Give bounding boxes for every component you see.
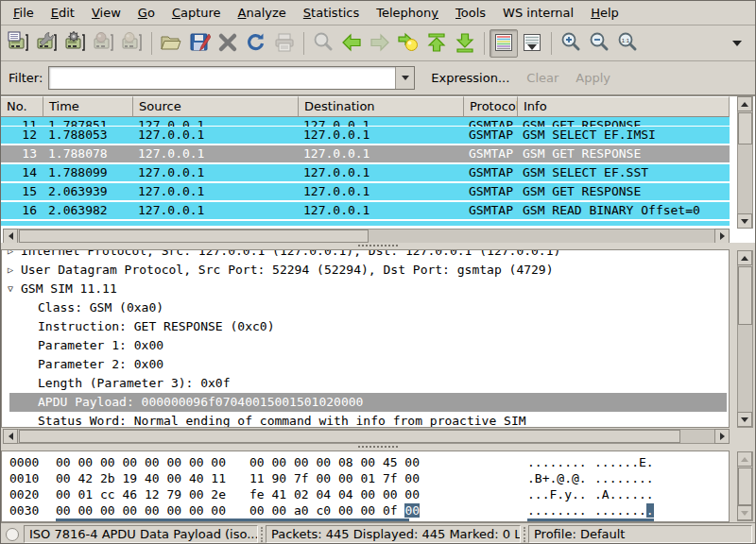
toolbar-overflow-button[interactable]	[723, 29, 751, 58]
apply-button[interactable]: Apply	[567, 67, 619, 89]
packet-row-16[interactable]: 162.063982127.0.0.1127.0.0.1GSMTAPGSM RE…	[1, 202, 730, 221]
detail-line[interactable]: Status Word: Normal ending of command wi…	[38, 412, 526, 428]
scrollbar-thumb[interactable]	[19, 230, 369, 243]
filter-input[interactable]	[52, 68, 392, 88]
hex-bytes[interactable]: 00 00 00 00 00 00 00 00	[56, 502, 226, 518]
list-interfaces-button[interactable]	[5, 29, 33, 58]
go-forward-button[interactable]	[366, 29, 394, 58]
menu-telephony[interactable]: Telephony	[368, 3, 447, 23]
save-file-button[interactable]	[185, 29, 214, 58]
menu-view[interactable]: View	[83, 3, 129, 23]
scroll-down-button[interactable]	[737, 213, 752, 229]
capture-restart-button[interactable]	[118, 29, 146, 58]
go-to-bottom-button[interactable]	[451, 29, 479, 58]
scrollbar-thumb[interactable]	[738, 266, 752, 325]
hex-row-0030[interactable]: 003000 00 00 00 00 00 00 0000 00 a0 c0 0…	[2, 502, 729, 518]
expander-closed-icon[interactable]: ▷	[8, 249, 13, 261]
column-header-protocol[interactable]: Protocol	[464, 96, 518, 117]
menu-file[interactable]: File	[5, 3, 43, 23]
menu-capture[interactable]: Capture	[163, 3, 230, 23]
zoom-100-button[interactable]: 1:1	[613, 29, 642, 58]
hex-row-0000[interactable]: 000000 00 00 00 00 00 00 0000 00 00 00 0…	[2, 454, 729, 470]
ascii-bytes[interactable]: ...F.y..	[527, 486, 587, 502]
scrollbar-thumb[interactable]	[19, 430, 680, 443]
expression-button[interactable]: Expression...	[422, 67, 518, 89]
detail-line[interactable]: ▷Internet Protocol, Src: 127.0.0.1 (127.…	[21, 249, 560, 261]
menu-edit[interactable]: Edit	[43, 3, 83, 23]
packet-row-15[interactable]: 152.063939127.0.0.1127.0.0.1GSMTAPGSM GE…	[1, 183, 730, 202]
go-to-top-button[interactable]	[422, 29, 451, 58]
hex-bytes[interactable]: 00 42 2b 19 40 00 40 11	[56, 470, 226, 486]
scroll-left-button[interactable]	[3, 429, 18, 444]
hex-row-0020[interactable]: 002000 01 cc 46 12 79 00 2efe 41 02 04 0…	[2, 486, 729, 502]
column-header-destination[interactable]: Destination	[299, 96, 464, 117]
selected-byte[interactable]: 00	[404, 503, 420, 518]
hex-bytes[interactable]: 00 00 00 00 00 00 00 00	[56, 454, 226, 470]
hex-row-0010[interactable]: 001000 42 2b 19 40 00 40 1111 90 7f 00 0…	[2, 470, 729, 486]
capture-options-button[interactable]	[33, 29, 61, 58]
column-header-source[interactable]: Source	[133, 96, 299, 117]
selected-byte[interactable]: .	[646, 503, 654, 518]
scroll-right-button[interactable]	[714, 429, 730, 444]
detail-line[interactable]: Length (Parameter 3): 0x0f	[38, 374, 231, 393]
menu-statistics[interactable]: Statistics	[295, 3, 368, 23]
packet-row-13[interactable]: 131.788078127.0.0.1127.0.0.1GSMTAPGSM GE…	[1, 145, 730, 164]
packet-row-11[interactable]: 111.787851127.0.0.1127.0.0.1GSMTAPGSM GE…	[1, 117, 730, 127]
scroll-down-button[interactable]	[737, 412, 752, 427]
hex-bytes[interactable]: 00 01 cc 46 12 79 00 2e	[56, 486, 226, 502]
packet-row-14[interactable]: 141.788099127.0.0.1127.0.0.1GSMTAPGSM SE…	[1, 164, 730, 183]
scrollbar-thumb[interactable]	[738, 112, 752, 144]
packet-bytes-view[interactable]: 000000 00 00 00 00 00 00 0000 00 00 00 0…	[1, 450, 730, 522]
packet-details-view[interactable]: ▷Internet Protocol, Src: 127.0.0.1 (127.…	[1, 249, 730, 428]
capture-stop-button[interactable]	[90, 29, 118, 58]
detail-line[interactable]: Parameter 2: 0x00	[38, 355, 163, 374]
expert-info-button[interactable]	[6, 528, 19, 541]
colorize-packets-button[interactable]	[490, 29, 518, 58]
column-header-info[interactable]: Info	[518, 96, 730, 117]
expander-closed-icon[interactable]: ▷	[8, 261, 13, 280]
ascii-bytes[interactable]: .A......	[594, 486, 654, 502]
detail-line[interactable]: ▽GSM SIM 11.11	[21, 280, 117, 298]
scroll-left-button[interactable]	[3, 229, 18, 244]
detail-line[interactable]: Instruction: GET RESPONSE (0xc0)	[38, 317, 274, 336]
hex-bytes[interactable]: 00 00 00 00 08 00 45 00	[249, 454, 420, 470]
packet-row-12[interactable]: 121.788053127.0.0.1127.0.0.1GSMTAPGSM SE…	[1, 127, 730, 145]
scroll-up-button[interactable]	[737, 451, 752, 467]
zoom-in-button[interactable]	[557, 29, 585, 58]
expander-open-icon[interactable]: ▽	[8, 280, 13, 298]
ascii-bytes[interactable]: ........	[527, 454, 587, 470]
column-header-time[interactable]: Time	[43, 96, 133, 117]
print-button[interactable]	[270, 29, 299, 58]
capture-start-button[interactable]	[61, 29, 90, 58]
hex-bytes[interactable]: fe 41 02 04 04 00 00 00	[249, 486, 420, 502]
menu-tools[interactable]: Tools	[447, 3, 494, 23]
scroll-right-button[interactable]	[714, 229, 730, 244]
find-packet-button[interactable]	[309, 29, 337, 58]
go-to-packet-button[interactable]	[394, 29, 422, 58]
detail-line[interactable]: Parameter 1: 0x00	[38, 336, 163, 355]
ascii-bytes[interactable]: .B+.@.@.	[527, 470, 587, 486]
auto-scroll-button[interactable]	[518, 29, 546, 58]
column-header-no[interactable]: No.	[1, 96, 43, 117]
menu-go[interactable]: Go	[129, 3, 163, 23]
filter-history-dropdown-button[interactable]	[395, 67, 414, 89]
hex-bytes[interactable]: 00 00 a0 c0 00 00 0f 00	[249, 502, 420, 518]
ascii-bytes[interactable]: ........	[594, 502, 654, 518]
ascii-bytes[interactable]: ........	[594, 470, 654, 486]
detail-line[interactable]: APDU Payload: 000000096f0704001500150102…	[9, 393, 727, 412]
scrollbar-thumb[interactable]	[738, 468, 752, 505]
close-file-button[interactable]	[214, 29, 242, 58]
open-file-button[interactable]	[157, 29, 185, 58]
detail-line[interactable]: ▷User Datagram Protocol, Src Port: 52294…	[21, 261, 554, 280]
zoom-out-button[interactable]	[585, 29, 613, 58]
menu-help[interactable]: Help	[582, 3, 627, 23]
ascii-bytes[interactable]: ......E.	[594, 454, 654, 470]
pane-splitter-top[interactable]	[1, 243, 755, 249]
reload-button[interactable]	[242, 29, 270, 58]
scroll-down-button[interactable]	[737, 505, 752, 520]
detail-line[interactable]: Class: GSM (0xa0)	[38, 298, 163, 317]
hex-bytes[interactable]: 11 90 7f 00 00 01 7f 00	[249, 470, 420, 486]
pane-splitter-bottom[interactable]	[1, 444, 755, 450]
menu-ws-internal[interactable]: WS internal	[494, 3, 582, 23]
clear-button[interactable]: Clear	[518, 67, 567, 89]
